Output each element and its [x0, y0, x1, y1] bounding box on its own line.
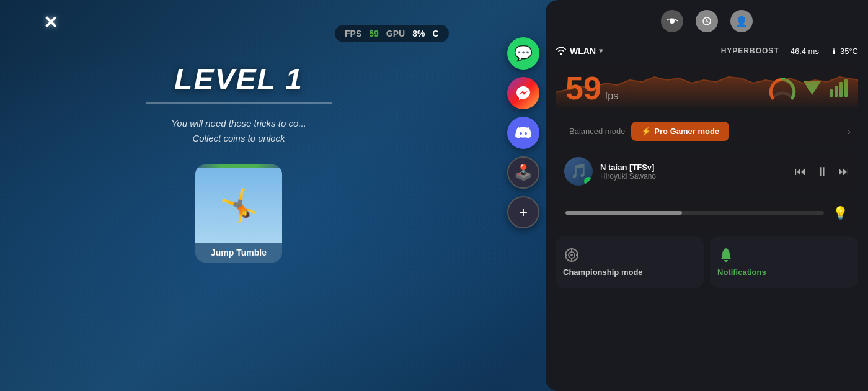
close-button[interactable]: ✕	[43, 12, 58, 33]
card-emoji: 🤸	[219, 187, 258, 223]
latency-value: 46.4 ms	[790, 47, 819, 56]
music-player: 🎵 ♪ N taian [TFSv] Hiroyuki Sawano ⏮ ⏸ ⏭	[556, 151, 858, 192]
mode-chevron-icon[interactable]: ›	[848, 126, 851, 137]
notifications-bell-icon	[717, 246, 735, 264]
gpu-value: 8%	[412, 29, 425, 38]
card-image: 🤸	[195, 168, 282, 243]
fps-label: FPS	[345, 29, 361, 38]
pro-mode-label: Pro Gamer mode	[654, 127, 719, 136]
game-card: 🤸 Jump Tumble	[195, 164, 282, 263]
bottom-buttons: Championship mode Notifications	[556, 236, 858, 288]
spotify-badge: ♪	[584, 177, 593, 186]
championship-mode-label: Championship mode	[563, 267, 643, 278]
messenger-icon[interactable]	[507, 77, 539, 109]
wlan-label: WLAN ▾	[556, 46, 603, 56]
add-app-button[interactable]: +	[507, 196, 539, 228]
panel-icon-3[interactable]: 👤	[730, 10, 753, 32]
panel-icon-2[interactable]	[696, 10, 718, 32]
notifications-button[interactable]: Notifications	[710, 236, 858, 288]
music-info: N taian [TFSv] Hiroyuki Sawano	[600, 163, 787, 181]
temp-icon: 🌡	[830, 47, 838, 56]
brightness-fill	[565, 211, 682, 215]
app-sidebar: 💬 🕹️ +	[507, 37, 539, 228]
music-controls: ⏮ ⏸ ⏭	[795, 164, 849, 179]
fps-value: 59 fps	[565, 72, 618, 104]
panel-top-icons: 👤	[556, 10, 858, 37]
music-next-button[interactable]: ⏭	[838, 165, 849, 178]
card-label: Jump Tumble	[206, 243, 272, 263]
wlan-text: WLAN	[570, 46, 596, 56]
hud-bar: FPS 59 GPU 8% C	[335, 25, 449, 42]
gamepad-icon[interactable]: 🕹️	[507, 156, 539, 189]
panel-icon-1[interactable]	[661, 10, 683, 32]
brightness-row: 💡	[556, 198, 858, 228]
temperature: 🌡 35°C	[830, 47, 858, 56]
fps-unit: fps	[605, 91, 618, 101]
notifications-label: Notifications	[717, 267, 766, 278]
music-title: N taian [TFSv]	[600, 163, 787, 172]
svg-point-8	[570, 254, 573, 256]
main-panel: 👤 WLAN ▾ HYPERBOOST 46.4 ms 🌡 35°C	[546, 0, 868, 391]
wlan-row: WLAN ▾ HYPERBOOST 46.4 ms 🌡 35°C	[556, 43, 858, 58]
balanced-mode-label: Balanced mode	[563, 123, 631, 140]
music-play-button[interactable]: ⏸	[816, 164, 828, 179]
fps-hud-value: 59	[369, 29, 379, 38]
pro-mode-icon: ⚡	[641, 127, 651, 136]
music-artist: Hiroyuki Sawano	[600, 172, 787, 181]
music-avatar: 🎵 ♪	[564, 157, 593, 186]
game-content: LEVEL 1 You will need these tricks to co…	[0, 0, 477, 391]
wlan-dropdown-icon[interactable]: ▾	[599, 47, 603, 55]
level-title: LEVEL 1	[174, 62, 303, 96]
discord-icon[interactable]	[507, 117, 539, 149]
fps-graph-container: 59 fps	[556, 65, 858, 112]
championship-mode-button[interactable]: Championship mode	[556, 236, 704, 288]
brightness-slider[interactable]	[565, 211, 824, 215]
whatsapp-icon[interactable]: 💬	[507, 37, 539, 70]
hyperboost-label: HYPERBOOST	[721, 47, 779, 55]
mode-row: Balanced mode ⚡ Pro Gamer mode ›	[556, 118, 858, 145]
game-description: You will need these tricks to co... Coll…	[171, 116, 306, 146]
pro-gamer-mode-button[interactable]: ⚡ Pro Gamer mode	[631, 122, 729, 141]
championship-icon	[563, 246, 580, 264]
brightness-icon: 💡	[833, 205, 848, 220]
extra-label: C	[432, 29, 438, 38]
gpu-label: GPU	[386, 29, 405, 38]
music-prev-button[interactable]: ⏮	[795, 165, 806, 178]
level-divider	[146, 102, 332, 104]
